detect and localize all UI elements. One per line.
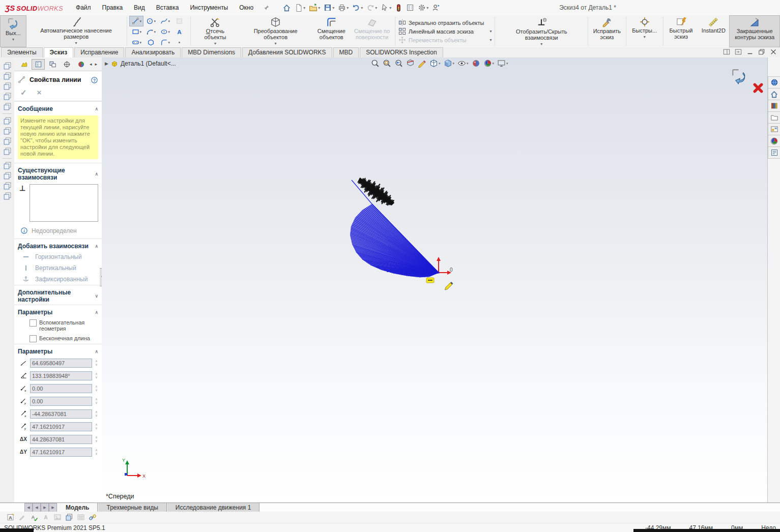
undock-pane-icon[interactable] <box>723 48 730 55</box>
user-button[interactable] <box>430 3 442 13</box>
spinner[interactable]: ∧∨ <box>94 410 99 417</box>
chevron-down-icon[interactable]: ▾ <box>375 6 377 10</box>
sketch-line-fan[interactable] <box>350 180 439 277</box>
convert-entities-button[interactable]: Преобразование объектов ▾ <box>239 15 313 47</box>
length-input[interactable]: 64.69580497 <box>30 359 92 368</box>
chevron-down-icon[interactable]: ▾ <box>318 6 320 10</box>
taskpane-books-button[interactable] <box>768 100 780 112</box>
collapse-icon[interactable]: ∧ <box>95 106 98 111</box>
trim-entities-button[interactable]: Отсечь объекты ▾ <box>192 15 239 47</box>
sketch-tool-arc3[interactable]: ▾ <box>143 26 158 37</box>
angle-input[interactable]: 133.19883948° <box>30 371 92 380</box>
taskpane-scene-wheel-button[interactable] <box>768 135 780 147</box>
delta-x-input[interactable]: 44.28637081 <box>30 435 92 444</box>
expand-tree-icon[interactable]: ▶ <box>105 61 108 66</box>
tab-scroll-1[interactable]: ◀ <box>33 503 41 512</box>
monitor-button[interactable]: ▾ <box>497 58 509 68</box>
chevron-down-icon[interactable]: ▾ <box>482 29 492 34</box>
tab-scroll-0[interactable]: ◀ <box>24 503 33 512</box>
prev-view-button[interactable] <box>394 58 403 68</box>
doc-tool-icon[interactable] <box>3 62 12 70</box>
collapse-icon[interactable]: ∧ <box>95 310 98 315</box>
graphics-viewport[interactable]: 0YX ▶ Деталь1 (Default<... ▾▾▾▾▾ *Сперед… <box>102 57 768 503</box>
doc-tool-icon[interactable] <box>3 192 12 200</box>
doc-tool-icon[interactable] <box>3 161 12 170</box>
chevron-down-icon[interactable]: ▾ <box>140 30 142 34</box>
traffic-button[interactable] <box>393 3 404 13</box>
sketch-pencil-button[interactable] <box>417 58 427 68</box>
spinner[interactable]: ∧∨ <box>94 423 99 430</box>
chevron-down-icon[interactable]: ▾ <box>214 41 216 47</box>
task-list-button[interactable] <box>405 3 416 13</box>
home-button[interactable] <box>281 3 293 13</box>
anno-edit-button[interactable] <box>18 513 26 521</box>
expand-icon[interactable]: ∨ <box>95 293 98 299</box>
panel-tab-left-icon[interactable]: ◂ <box>89 62 93 67</box>
spinner[interactable]: ∧∨ <box>94 449 99 455</box>
chevron-down-icon[interactable]: ▾ <box>346 6 349 10</box>
scene-wheel-button[interactable]: ▾ <box>483 58 495 68</box>
relation-Вертикальный[interactable]: Вертикальный <box>14 262 102 274</box>
sketch-origin[interactable]: 0 <box>437 257 453 275</box>
section-button[interactable] <box>406 58 415 68</box>
breadcrumb[interactable]: ▶ Деталь1 (Default<... <box>105 60 176 67</box>
cursor-button[interactable]: ▾ <box>379 3 393 13</box>
anno-link-button[interactable] <box>89 513 97 521</box>
doc-tool-icon[interactable] <box>3 102 12 111</box>
doc-tool-icon[interactable] <box>3 171 12 180</box>
chevron-down-icon[interactable]: ▾ <box>644 34 646 40</box>
shaded-sketch-contours-button[interactable]: Закрашенные контуры эскиза <box>729 15 780 47</box>
taskpane-palette-img-button[interactable] <box>768 124 780 135</box>
anno-copy-button[interactable] <box>65 513 73 521</box>
print-button[interactable]: ▾ <box>336 3 350 13</box>
open-button[interactable]: ▾ <box>307 3 322 13</box>
anno-spell-button[interactable]: A <box>30 513 38 521</box>
tab-Элементы[interactable]: Элементы <box>1 47 43 57</box>
doc-tool-icon[interactable] <box>3 137 12 145</box>
collapse-icon[interactable]: ∧ <box>95 244 98 249</box>
mirror-entities-button[interactable]: Зеркально отразить объекты <box>398 19 492 26</box>
tab-dimxpert-manager[interactable] <box>60 59 73 70</box>
chevron-down-icon[interactable]: ▾ <box>467 62 469 66</box>
chevron-down-icon[interactable]: ▾ <box>154 30 156 34</box>
sketch-tool-fillet[interactable]: ▾ <box>158 37 172 48</box>
doc-tool-icon[interactable] <box>3 72 12 80</box>
spinner[interactable]: ∧∨ <box>94 385 99 392</box>
tab-SOLIDWORKS Inspection[interactable]: SOLIDWORKS Inspection <box>360 47 443 57</box>
panel-tab-right-icon[interactable]: ▸ <box>94 62 99 67</box>
bottom-tab-Исследование движения 1[interactable]: Исследование движения 1 <box>167 503 260 512</box>
gear-button[interactable]: ▾ <box>416 3 430 13</box>
tab-scroll-2[interactable]: ▶ <box>41 503 49 512</box>
eye-button[interactable]: ▾ <box>457 58 469 68</box>
start-y-input[interactable]: 0.00 <box>30 397 92 406</box>
bottom-tab-Модель[interactable]: Модель <box>57 503 98 512</box>
doc-tool-icon[interactable] <box>3 127 12 135</box>
tab-display-manager[interactable] <box>74 59 88 70</box>
display-style-button[interactable]: ▾ <box>443 58 455 68</box>
instant2d-button[interactable]: Instant2D <box>698 15 729 47</box>
message-section-header[interactable]: Сообщение ∧ <box>14 101 102 114</box>
chevron-down-icon[interactable]: ▾ <box>140 41 142 45</box>
relations-listbox[interactable] <box>30 184 98 222</box>
confirm-exit-sketch-icon[interactable] <box>732 69 749 86</box>
chevron-down-icon[interactable]: ▾ <box>361 6 363 10</box>
pin-icon[interactable] <box>259 5 274 11</box>
tab-Добавления SOLIDWORKS[interactable]: Добавления SOLIDWORKS <box>242 47 332 57</box>
chevron-down-icon[interactable]: ▾ <box>275 41 277 47</box>
chevron-down-icon[interactable]: ▾ <box>75 40 77 46</box>
end-y-input[interactable]: 47.16210917 <box>30 422 92 431</box>
zoom-area-button[interactable] <box>382 58 392 68</box>
smart-dimension-button[interactable]: Автоматическое нанесение размеров ▾ <box>26 15 126 47</box>
sketch-tool-slot[interactable]: ▾ <box>129 37 143 48</box>
quick-snaps-button[interactable]: Быстры... ▾ <box>627 15 662 47</box>
sketch-tool-point[interactable] <box>172 37 186 48</box>
tab-scroll-3[interactable]: ▶ <box>49 503 57 512</box>
menu-Правка[interactable]: Правка <box>97 0 129 15</box>
tab-MBD[interactable]: MBD <box>333 47 359 57</box>
offset-entities-button[interactable]: Смещение объектов <box>312 15 350 47</box>
chevron-down-icon[interactable]: ▾ <box>168 30 170 34</box>
doc-tool-icon[interactable] <box>3 147 12 156</box>
exit-sketch-button[interactable]: Вых... ▾ <box>0 15 26 47</box>
spinner[interactable]: ∧∨ <box>94 360 99 366</box>
end-x-input[interactable]: -44.28637081 <box>30 409 92 419</box>
